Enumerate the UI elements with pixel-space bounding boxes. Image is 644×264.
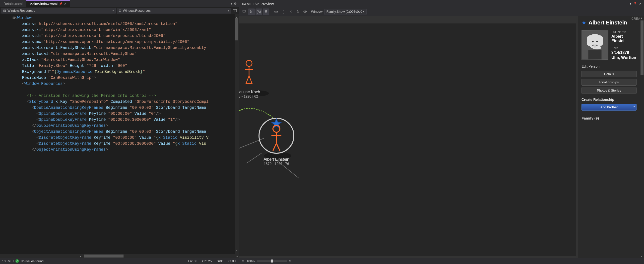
svg-rect-2	[243, 10, 245, 12]
close-icon[interactable]: ✕	[639, 2, 642, 6]
tab-mainwindow[interactable]: MainWindow.xaml 📌 ✕	[26, 0, 70, 7]
refresh-button[interactable]: ↻	[294, 9, 301, 15]
person-name: Pauline Koch	[239, 90, 260, 94]
tab-label: Details.xaml	[4, 2, 22, 6]
person-detail-panel: ★ Albert Einstein	[578, 16, 640, 258]
tab-details[interactable]: Details.xaml	[0, 1, 26, 7]
preview-title-bar: XAML Live Preview ▾ 📍 ✕	[239, 0, 644, 8]
code-content: ⊟<Window xmlns="http://schemas.microsoft…	[0, 14, 239, 154]
svg-point-15	[273, 125, 280, 132]
chevron-down-icon[interactable]: ▾	[630, 2, 631, 6]
scope-icon: ⊡	[3, 9, 6, 13]
chevron-down-icon: ▾	[112, 10, 114, 12]
code-editor[interactable]: ▴ ▾ ⊟<Window xmlns="http://schemas.micro…	[0, 14, 239, 254]
photos-stories-button[interactable]: Photos & Stories	[582, 87, 636, 94]
chevron-down-icon[interactable]: ▾	[13, 260, 14, 262]
person-node-albert[interactable]: Albert Einstein 1879 - 1955 | 76	[256, 116, 296, 166]
editor-status-bar: 100 % ▾ ✓ No issues found Ln: 38 Ch: 25 …	[0, 258, 239, 264]
ruler-v-button[interactable]	[280, 9, 287, 15]
window-selector[interactable]: Family.Show [0x003c0c0 ▾	[324, 9, 366, 15]
ruler-h-button[interactable]	[273, 9, 280, 15]
person-years: 1879 - 1955 | 76	[256, 162, 296, 166]
nav-text: Window.Resources	[123, 9, 151, 13]
close-icon[interactable]: ✕	[64, 2, 67, 6]
pin-icon[interactable]: 📌	[59, 2, 62, 6]
navigation-bar: ⊡ Window.Resources ▾ ⊡ Window.Resources …	[0, 8, 239, 14]
preview-viewport[interactable]: CREAT Pauline Koch	[239, 16, 644, 258]
preview-title: XAML Live Preview	[242, 2, 274, 6]
family-section-header[interactable]: Family (9)	[578, 114, 640, 122]
document-tabs: Details.xaml MainWindow.xaml 📌 ✕ ▾ ⚙	[0, 0, 239, 8]
add-brother-button[interactable]: Add Brother ▾	[582, 104, 636, 110]
born-place: Ulm, Württen	[612, 55, 636, 60]
svg-point-19	[596, 41, 598, 42]
disabled-button: ✕	[288, 9, 294, 15]
pin-icon[interactable]: 📍	[633, 2, 637, 6]
chevron-down-icon[interactable]: ▾	[632, 105, 635, 108]
nav-scope-left[interactable]: ⊡ Window.Resources ▾	[2, 8, 116, 14]
svg-point-18	[592, 41, 594, 42]
star-icon: ★	[582, 20, 586, 26]
vertical-scrollbar[interactable]: ▴ ▾	[235, 14, 239, 254]
zoom-out-icon[interactable]: ⊖	[242, 259, 244, 263]
portrait-image[interactable]	[582, 30, 608, 60]
horizontal-scrollbar[interactable]: ◂ ▸	[0, 254, 239, 258]
check-icon: ✓	[16, 259, 19, 263]
edit-section-label: Edit Person	[582, 64, 636, 68]
zoom-slider[interactable]	[257, 260, 287, 261]
split-editor-button[interactable]	[232, 8, 237, 13]
person-years: 8 - 1920 | 62	[239, 94, 260, 98]
chevron-down-icon[interactable]: ▾	[230, 2, 232, 6]
person-title: Albert Einstein	[588, 20, 627, 26]
window-label: Window:	[311, 10, 324, 14]
zoom-level[interactable]: 100 %	[2, 259, 11, 263]
born-label: Born	[612, 46, 636, 50]
fullname-value: Albert Einstei	[612, 34, 636, 43]
person-node-pauline[interactable]: Pauline Koch 8 - 1920 | 62	[239, 58, 260, 98]
nav-text: Window.Resources	[8, 9, 35, 13]
tab-label: MainWindow.xaml	[30, 2, 58, 6]
svg-point-13	[246, 60, 252, 66]
preview-toolbar: {A} ✕ ↻ Window: Family.Show [0x003c0c0 ▾	[239, 8, 644, 16]
svg-rect-20	[588, 50, 602, 59]
preview-zoom[interactable]: 100%	[246, 259, 255, 263]
char-number[interactable]: Ch: 25	[202, 259, 212, 263]
svg-point-3	[265, 10, 267, 12]
eye-button[interactable]	[302, 9, 308, 15]
born-date: 3/14/1879	[612, 50, 636, 55]
braces-button[interactable]: {A}	[256, 9, 262, 15]
gear-icon[interactable]: ⚙	[234, 2, 237, 6]
details-button[interactable]: Details	[582, 71, 636, 77]
select-element-button[interactable]	[248, 9, 255, 15]
indent-mode[interactable]: SPC	[217, 259, 224, 263]
issues-text[interactable]: No issues found	[20, 259, 44, 263]
chevron-down-icon: ▾	[228, 10, 229, 12]
svg-rect-5	[283, 10, 284, 13]
fullname-label: Full Name	[612, 30, 636, 34]
nav-scope-right[interactable]: ⊡ Window.Resources ▾	[117, 8, 231, 14]
window-value: Family.Show [0x003c0c0	[326, 10, 362, 14]
zoom-in-icon[interactable]: ⊕	[289, 259, 292, 263]
person-name: Albert Einstein	[256, 157, 296, 162]
line-ending[interactable]: CRLF	[228, 259, 237, 263]
person-button[interactable]	[263, 9, 269, 15]
svg-point-7	[304, 11, 306, 12]
panel-scrollbar[interactable]: ▴ ▾	[640, 16, 644, 258]
add-brother-label: Add Brother	[600, 105, 618, 109]
relationships-button[interactable]: Relationships	[582, 79, 636, 86]
line-number[interactable]: Ln: 38	[188, 259, 197, 263]
inspect-button[interactable]	[241, 9, 248, 15]
svg-rect-4	[275, 11, 278, 12]
scope-icon: ⊡	[119, 9, 122, 13]
create-section-label: Create Relationship	[582, 98, 636, 101]
app-surface[interactable]: Pauline Koch 8 - 1920 | 62 ein | 70	[239, 24, 576, 256]
preview-status-bar: ⊖ 100% ⊕	[239, 258, 644, 264]
